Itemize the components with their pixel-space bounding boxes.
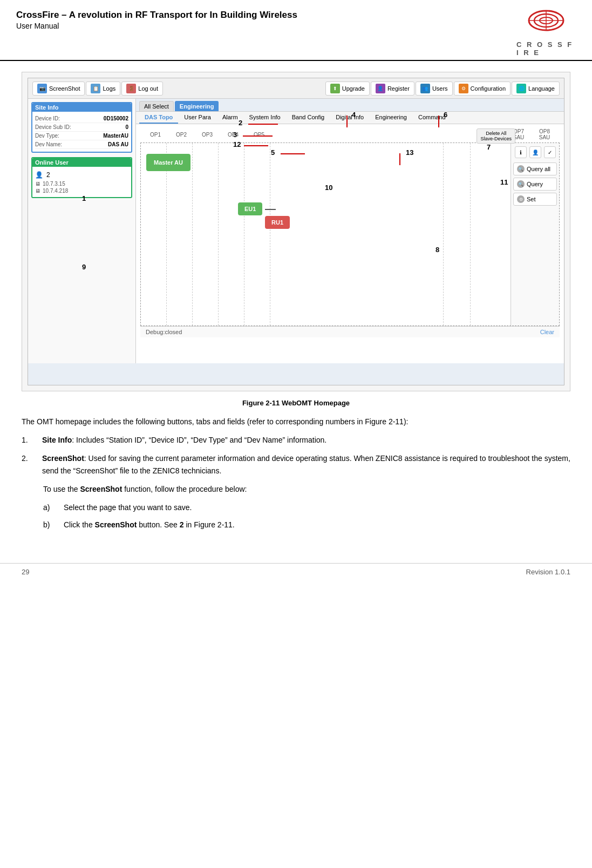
topo-grid: Master AU EU1 RU1 ℹ 👤: [140, 143, 560, 326]
figure-caption: Figure 2-11 WebOMT Homepage: [22, 399, 570, 407]
upgrade-button[interactable]: ⬆ Upgrade: [325, 82, 370, 96]
op-label-8: OP8SAU: [532, 128, 557, 140]
user-count-row: 👤 2: [35, 169, 128, 180]
item1-num: 1.: [22, 434, 35, 447]
step-b-content: Click the ScreenShot button. See 2 in Fi…: [64, 519, 235, 532]
query-icon-row: ℹ 👤 ✓: [513, 146, 557, 158]
webomit-toolbar: 📷 ScreenShot 📋 Logs 🚪 Log out ⬆ Upgrade: [28, 78, 564, 99]
info-row-dev-name: Dev Name: DAS AU: [35, 140, 128, 149]
set-icon: ⚙: [517, 195, 525, 203]
numbered-item-1: 1. Site Info: Includes “Station ID”, “De…: [22, 434, 570, 447]
language-button[interactable]: 🌐 Language: [512, 82, 560, 96]
set-button[interactable]: ⚙ Set: [513, 193, 557, 206]
page-number: 29: [22, 568, 29, 576]
item2-text: : Used for saving the current parameter …: [42, 454, 570, 476]
header-subtitle: User Manual: [16, 22, 297, 30]
callout-3: 3: [233, 131, 237, 139]
touse-label: ScreenShot: [80, 485, 123, 493]
revision: Revision 1.0.1: [526, 568, 570, 576]
ru1-box[interactable]: RU1: [265, 216, 290, 229]
topo-col-7: [470, 143, 471, 326]
register-icon: 👤: [376, 84, 385, 93]
item1-text: : Includes “Station ID”, “Device ID”, “D…: [72, 436, 326, 444]
page-footer: 29 Revision 1.0.1: [0, 563, 592, 580]
language-icon: 🌐: [516, 84, 526, 93]
logout-button[interactable]: 🚪 Log out: [121, 82, 163, 96]
master-au-box[interactable]: Master AU: [146, 154, 190, 171]
screenshot-icon: 📷: [37, 84, 47, 93]
delete-all-button[interactable]: Delete AllSlave-Devices: [477, 128, 515, 144]
query-icon: 🔍: [517, 180, 525, 188]
query-panel: ℹ 👤 ✓ 🔍 Query all 🔍 Q: [511, 143, 559, 326]
step-b-text2: button. See: [137, 520, 179, 529]
subtab-system-info[interactable]: System Info: [244, 112, 286, 124]
user-icon-btn[interactable]: 👤: [529, 146, 541, 158]
user-ip1-row: 🖥 10.7.3.15: [35, 180, 128, 187]
header-text-block: CrossFire – A revolution in RF Transport…: [16, 10, 297, 30]
screenshot-simulation: 1 2 3 4 5 6 7 8 9 10 11: [28, 78, 564, 385]
arrow-3: [243, 135, 273, 137]
subtab-user-para[interactable]: User Para: [179, 112, 216, 124]
figure-container: 1 2 3 4 5 6 7 8 9 10 11: [22, 72, 570, 391]
user-icon: 👤: [35, 171, 43, 179]
step-b-text3: in Figure 2-11.: [184, 520, 235, 529]
subtab-das-topo[interactable]: DAS Topo: [139, 112, 178, 124]
callout-13: 13: [406, 148, 413, 157]
upgrade-icon: ⬆: [330, 84, 340, 93]
arrow-eu1-ru1: [265, 209, 276, 210]
step-a-content: Select the page that you want to save.: [64, 501, 192, 514]
callout-11: 11: [500, 178, 508, 186]
config-button[interactable]: ⚙ Configuration: [454, 82, 511, 96]
arrow-4: [346, 116, 348, 127]
info-row-sub-id: Device Sub ID: 0: [35, 123, 128, 132]
clear-button[interactable]: Clear: [540, 329, 554, 335]
register-button[interactable]: 👤 Register: [371, 82, 414, 96]
header-logo: C R O S S F I R E: [516, 10, 576, 57]
subtab-band-config[interactable]: Band Config: [287, 112, 330, 124]
arrow-5: [281, 153, 305, 154]
info-row-device-id: Device ID: 0D150002: [35, 114, 128, 123]
callout-12: 12: [233, 140, 241, 148]
left-panel: Site Info Device ID: 0D150002 Device Sub…: [28, 99, 136, 363]
step-a-letter: a): [43, 501, 56, 514]
tab-all-select[interactable]: All Select: [139, 101, 174, 111]
sub-tabs-row: DAS Topo User Para Alarm System Info Ban…: [136, 112, 564, 124]
subtab-engineering[interactable]: Engineering: [370, 112, 412, 124]
users-icon: 👥: [420, 84, 430, 93]
screenshot-button[interactable]: 📷 ScreenShot: [32, 82, 85, 96]
check-icon-btn[interactable]: ✓: [544, 146, 556, 158]
search-icon: 🔍: [517, 165, 525, 173]
step-b-ref: 2: [180, 520, 184, 529]
users-button[interactable]: 👥 Users: [416, 82, 453, 96]
logs-button[interactable]: 📋 Logs: [86, 82, 120, 96]
info-icon-btn[interactable]: ℹ: [515, 146, 527, 158]
arrow-12: [244, 145, 268, 146]
touse-text: To use the: [43, 485, 80, 493]
step-a: a) Select the page that you want to save…: [22, 501, 570, 514]
eu1-box[interactable]: EU1: [238, 202, 262, 215]
ip-icon-1: 🖥: [35, 181, 40, 187]
op-label-1: OP1: [142, 132, 168, 138]
subtab-digital-info[interactable]: Digital Info: [330, 112, 369, 124]
topo-col-2: [192, 143, 193, 326]
topo-col-3: [218, 143, 219, 326]
arrow-13: [399, 153, 400, 165]
arrow-6: [438, 116, 439, 127]
site-info-header: Site Info: [32, 103, 131, 112]
logout-icon: 🚪: [126, 84, 136, 93]
query-button[interactable]: 🔍 Query: [513, 178, 557, 191]
tabs-row: All Select Engineering: [136, 99, 564, 112]
touse-text2: function, follow the procedure below:: [122, 485, 247, 493]
step-b: b) Click the ScreenShot button. See 2 in…: [22, 519, 570, 532]
logs-icon: 📋: [91, 84, 100, 93]
online-user-box: Online User 👤 2 🖥 10.7.3.15 🖥 10.7.4.218: [31, 157, 132, 198]
touse-paragraph: To use the ScreenShot function, follow t…: [22, 483, 570, 496]
item2-label: ScreenShot: [42, 454, 84, 463]
debug-bar: Debug:closed Clear: [140, 326, 560, 337]
webomit-body: Site Info Device ID: 0D150002 Device Sub…: [28, 99, 564, 363]
page-header: CrossFire – A revolution in RF Transport…: [0, 0, 592, 61]
logo-text: C R O S S F I R E: [516, 40, 576, 57]
tab-engineering[interactable]: Engineering: [175, 101, 219, 111]
right-panel: All Select Engineering DAS Topo User Par…: [136, 99, 564, 363]
query-all-button[interactable]: 🔍 Query all: [513, 162, 557, 175]
